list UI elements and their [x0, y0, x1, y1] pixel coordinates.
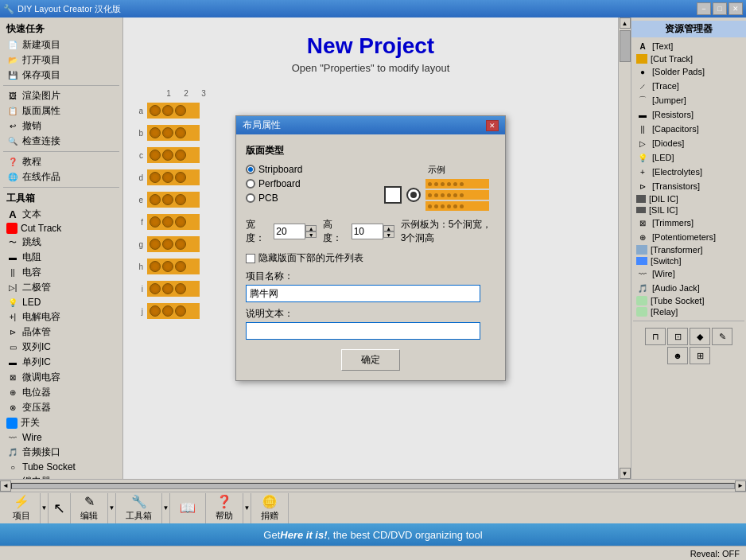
toolbox-cut-track[interactable]: Cut Track [0, 222, 122, 235]
hide-parts-checkbox[interactable] [246, 254, 255, 263]
ok-button[interactable]: 确定 [341, 349, 400, 371]
toolbox-electrolyte[interactable]: +| 电解电容 [0, 309, 122, 325]
sidebar-item-tutorial[interactable]: ❓ 教程 [0, 154, 122, 169]
toolbox-audio-jack[interactable]: 🎵 音频接口 [0, 445, 122, 460]
width-up[interactable]: ▲ [305, 225, 317, 231]
height-spinbox[interactable]: 10 ▲ ▼ [352, 224, 394, 239]
sidebar-item-undo[interactable]: ↩ 撤销 [0, 119, 122, 134]
toolbox-transformer[interactable]: ⊗ 变压器 [0, 400, 122, 415]
bottom-icon-2[interactable]: ⊡ [667, 328, 688, 345]
right-item-led[interactable]: 💡 [LED] [631, 150, 746, 165]
sidebar-item-render[interactable]: 🖼 渲染图片 [0, 88, 122, 103]
project-name-input[interactable] [246, 285, 480, 302]
radio-perfboard[interactable]: Perfboard [246, 178, 302, 189]
sidebar-item-properties[interactable]: 📋 版面属性 [0, 103, 122, 119]
toolbox-jumper[interactable]: 〜 跳线 [0, 235, 122, 250]
cursor-btn[interactable]: ↖ [49, 493, 71, 523]
toolbox-switch[interactable]: 开关 [0, 415, 122, 430]
toolbox-led[interactable]: 💡 LED [0, 295, 122, 309]
stripboard-radio[interactable] [246, 165, 255, 174]
toolbox-dropdown[interactable]: ▼ [162, 493, 170, 523]
right-cut-track-icon [636, 54, 647, 64]
bottom-icon-4[interactable]: ✎ [712, 328, 732, 345]
perfboard-radio[interactable] [246, 179, 255, 189]
right-item-trace[interactable]: ⟋ [Trace] [631, 79, 746, 93]
right-item-trimmers[interactable]: ⊠ [Trimmers] [631, 216, 746, 230]
toolbox-potentiometer[interactable]: ⊕ 电位器 [0, 385, 122, 400]
project-dropdown[interactable]: ▼ [41, 493, 49, 523]
toolbox-tube-socket[interactable]: ○ Tube Socket [0, 460, 122, 474]
sidebar-item-gallery[interactable]: 🌐 在线作品 [0, 169, 122, 185]
radio-pcb[interactable]: PCB [246, 192, 302, 204]
dialog-titlebar[interactable]: 布局属性 ✕ [236, 116, 505, 134]
description-input[interactable] [246, 322, 480, 340]
sidebar-item-save[interactable]: 💾 保存项目 [0, 68, 122, 83]
pcb-radio[interactable] [246, 193, 255, 203]
sidebar-item-check[interactable]: 🔍 检查连接 [0, 134, 122, 149]
toolbar-donate[interactable]: 🪙 捐赠 [251, 493, 289, 523]
toolbar-book[interactable]: 📖 [170, 493, 206, 523]
scroll-down-button[interactable]: ▼ [620, 468, 631, 479]
toolbox-trimmer[interactable]: ⊠ 微调电容 [0, 370, 122, 385]
radio-stripboard[interactable]: Stripboard [246, 164, 302, 175]
close-button[interactable]: ✕ [729, 2, 743, 15]
edit-dropdown[interactable]: ▼ [108, 493, 116, 523]
toolbox-resistor[interactable]: ▬ 电阻 [0, 250, 122, 265]
right-item-switch[interactable]: [Switch] [631, 255, 746, 266]
scroll-up-button[interactable]: ▲ [620, 18, 631, 29]
toolbox-transistor[interactable]: ⊳ 晶体管 [0, 325, 122, 340]
scroll-track[interactable] [11, 483, 735, 489]
right-item-transformer[interactable]: [Transformer] [631, 244, 746, 255]
right-item-resistors[interactable]: ▬ [Resistors] [631, 107, 746, 122]
bottom-icon-5[interactable]: ☻ [667, 347, 688, 364]
right-item-cut-track[interactable]: [Cut Track] [631, 53, 746, 64]
toolbox-diode[interactable]: ▷| 二极管 [0, 280, 122, 295]
width-down[interactable]: ▼ [305, 231, 317, 238]
bottom-icon-1[interactable]: ⊓ [645, 328, 666, 345]
bottom-icon-3[interactable]: ◆ [690, 328, 710, 345]
scroll-right-button[interactable]: ► [735, 480, 746, 492]
toolbox-text[interactable]: A 文本 [0, 207, 122, 222]
bottom-icon-6[interactable]: ⊞ [690, 347, 710, 364]
toolbar-project[interactable]: ⚡ 项目 [3, 493, 41, 523]
sidebar-item-open[interactable]: 📂 打开项目 [0, 52, 122, 68]
maximize-button[interactable]: □ [713, 2, 727, 15]
right-item-capacitors[interactable]: || [Capacitors] [631, 122, 746, 136]
right-item-relay[interactable]: [Relay] [631, 306, 746, 317]
right-item-diodes[interactable]: ▷ [Diodes] [631, 136, 746, 150]
right-item-wire[interactable]: 〰 [Wire] [631, 266, 746, 281]
right-item-transistors[interactable]: ⊳ [Transistors] [631, 179, 746, 193]
height-down[interactable]: ▼ [383, 231, 394, 238]
right-item-audio-jack[interactable]: 🎵 [Audio Jack] [631, 281, 746, 295]
right-item-tube-socket[interactable]: [Tube Socket] [631, 295, 746, 306]
toolbar-toolbox[interactable]: 🔧 工具箱 [116, 493, 162, 523]
render-label: 渲染图片 [22, 89, 60, 103]
scroll-thumb[interactable] [620, 30, 631, 62]
right-item-electrolytes[interactable]: + [Electrolytes] [631, 165, 746, 179]
right-item-solder-pads[interactable]: ● [Solder Pads] [631, 64, 746, 79]
right-item-dil-ic[interactable]: [DIL IC] [631, 193, 746, 204]
hide-parts-row[interactable]: 隐藏版面下部的元件列表 [246, 251, 495, 265]
toolbar-edit[interactable]: ✎ 编辑 [71, 493, 108, 523]
right-item-jumper[interactable]: ⌒ [Jumper] [631, 93, 746, 107]
preview-dot [447, 193, 451, 197]
minimize-button[interactable]: − [697, 2, 711, 15]
preview-square-icon [384, 186, 402, 204]
toolbox-sil-ic[interactable]: ▬ 单列IC [0, 355, 122, 370]
right-item-text[interactable]: A [Text] [631, 39, 746, 53]
toolbox-wire[interactable]: 〰 Wire [0, 430, 122, 445]
toolbox-dil-ic[interactable]: ▭ 双列IC [0, 340, 122, 355]
right-item-sil-ic[interactable]: [SIL IC] [631, 204, 746, 216]
help-dropdown[interactable]: ▼ [243, 493, 251, 523]
toolbar-help[interactable]: ❓ 帮助 [206, 493, 243, 523]
dialog-close-button[interactable]: ✕ [486, 120, 499, 131]
ad-banner[interactable]: Get Here it is! , the best CD/DVD organi… [0, 523, 746, 546]
scroll-left-button[interactable]: ◄ [0, 480, 11, 492]
width-input[interactable]: 20 [274, 224, 305, 239]
right-item-potentiometers[interactable]: ⊕ [Potentiometers] [631, 230, 746, 244]
toolbox-capacitor[interactable]: || 电容 [0, 265, 122, 280]
width-spinbox[interactable]: 20 ▲ ▼ [274, 224, 317, 239]
height-input[interactable]: 10 [352, 224, 383, 239]
sidebar-item-new[interactable]: 📄 新建项目 [0, 37, 122, 52]
height-up[interactable]: ▲ [383, 225, 394, 231]
